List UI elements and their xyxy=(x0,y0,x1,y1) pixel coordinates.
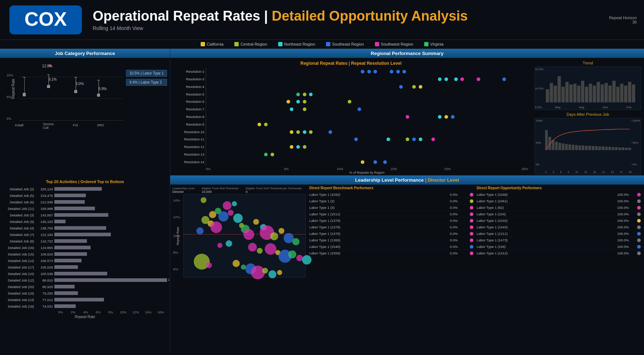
svg-rect-30 xyxy=(562,143,564,150)
bar-row: Detailed Job (8)116,722 xyxy=(3,238,167,244)
legend-item-california: California xyxy=(201,42,223,46)
resolution-dot xyxy=(412,138,416,141)
svg-rect-47 xyxy=(618,147,621,150)
top20-section: Top 20 Activities | Ordered Top to Botto… xyxy=(0,177,170,353)
tables-area: Direct Report Benchmark Performers Labor… xyxy=(308,185,644,353)
resolution-dot xyxy=(367,70,371,73)
legend-item-central: Central Region xyxy=(234,42,267,46)
resolution-dot xyxy=(438,115,442,119)
svg-rect-4 xyxy=(554,86,557,103)
bar-row: Detailed Job (2)325,119 xyxy=(3,186,167,192)
resolution-dot xyxy=(303,93,306,96)
svg-rect-29 xyxy=(559,143,561,150)
bar-row: Detailed Job (20)80,929 xyxy=(3,284,167,290)
job-category-header: Job Category Performance xyxy=(0,49,170,58)
bar-row: Detailed Job (13)77,012 xyxy=(3,297,167,303)
scatter-dot xyxy=(279,228,284,234)
resolution-labels: Resolution-2 Resolution-3 Resolution-4 R… xyxy=(174,68,206,166)
svg-rect-17 xyxy=(605,83,608,102)
benchmark-row: Labor Type 1 (1540) 0.0% xyxy=(309,244,475,250)
regional-section: Regional Performance Summary Regional Re… xyxy=(170,49,644,176)
bar-row: Detailed Job (18)74,031 xyxy=(3,303,167,309)
svg-rect-31 xyxy=(565,144,568,150)
logo-area: COX xyxy=(6,4,85,36)
svg-rect-12 xyxy=(585,87,588,102)
job-category-section: Repeat Rate 0% 5% 10% xyxy=(0,58,170,177)
scatter-wrapper: Repeat Rate 14%- 12%- 10%- 8%- 6%- xyxy=(172,194,306,278)
days-chart-svg xyxy=(545,120,632,150)
svg-rect-39 xyxy=(592,146,594,150)
resolution-dot xyxy=(296,145,300,149)
svg-rect-43 xyxy=(605,147,607,150)
bar-row: Detailed Job (7)122,183 xyxy=(3,232,167,237)
resolution-dot xyxy=(444,115,448,119)
resolution-dot xyxy=(361,160,364,164)
scatter-dot xyxy=(223,201,231,210)
days-chart: 100K- 50K- 0K- ~100% ~50% ~0% xyxy=(535,118,641,174)
svg-text:COX: COX xyxy=(24,8,67,30)
resolution-dot xyxy=(419,85,422,89)
resolution-dot xyxy=(502,77,506,81)
callout-2: 9.4% | Labor Type 2 xyxy=(126,79,167,86)
scatter-dot xyxy=(248,243,257,252)
resolution-dot xyxy=(296,130,300,134)
bar-row: Detailed Job (12)86,81013.5% xyxy=(3,277,167,283)
benchmark-row: Labor Type 1 (1369) 0.0% xyxy=(309,237,475,244)
legend-label-southeast: Southeast Region xyxy=(332,42,364,46)
opportunity-row: Labor Type 1 (82) 100.0% xyxy=(477,204,643,211)
resolution-dot xyxy=(303,107,306,111)
dot-plot-area xyxy=(206,68,528,166)
svg-rect-41 xyxy=(598,147,601,150)
svg-rect-16 xyxy=(601,84,604,102)
resolution-dot xyxy=(296,100,300,103)
bar-row: Detailed Job (15)109,819 xyxy=(3,251,167,257)
scatter-dot xyxy=(233,214,243,223)
opportunity-row: Labor Type 1 (104) 100.0% xyxy=(477,211,643,217)
svg-rect-18 xyxy=(609,86,612,103)
resolution-dot xyxy=(357,107,361,111)
title-part2: Detailed Opportunity Analysis xyxy=(272,8,468,24)
svg-rect-46 xyxy=(615,147,618,150)
bar-row: Detailed Job (14)106,573 xyxy=(3,258,167,263)
svg-rect-48 xyxy=(622,147,624,150)
resolution-dot xyxy=(303,145,306,149)
resolution-dot xyxy=(431,138,435,141)
opportunity-title: Direct Report Opportunity Performers xyxy=(477,186,643,190)
opportunity-row: Labor Type 1 (1046) 100.0% xyxy=(477,191,643,198)
opportunity-row: Labor Type 1 (1443) 100.0% xyxy=(477,224,643,231)
opportunity-table: Direct Report Opportunity Performers Lab… xyxy=(477,186,643,352)
resolution-dot xyxy=(419,138,422,141)
svg-rect-11 xyxy=(581,81,584,102)
resolution-dot xyxy=(361,70,364,73)
bar-row: Detailed Job (5)219,476 xyxy=(3,193,167,198)
scatter-area: Leadership Level Director Eligible Truck… xyxy=(170,185,308,353)
legend-item-southeast: Southeast Region xyxy=(326,42,364,46)
legend-label-california: California xyxy=(207,42,223,46)
info-truck-roll: Eligible Truck Roll Threshold 10,000 xyxy=(202,187,238,194)
svg-rect-13 xyxy=(589,84,592,102)
dot-chart-body: Resolution-2 Resolution-3 Resolution-4 R… xyxy=(174,68,528,166)
left-panel: Job Category Performance Repeat Rate 0% … xyxy=(0,49,170,353)
svg-rect-37 xyxy=(585,146,587,150)
svg-rect-20 xyxy=(616,87,619,102)
resolution-dot xyxy=(460,77,464,81)
svg-rect-19 xyxy=(612,81,616,102)
bar-row: Detailed Job (3)143,567 xyxy=(3,212,167,218)
trend-title: Trend xyxy=(535,61,641,65)
legend-dot-southeast xyxy=(326,42,330,46)
resolution-dot xyxy=(396,70,400,73)
scatter-chart-wrapper: 14%- 12%- 10%- 8%- 6%- xyxy=(183,194,306,278)
res-x-axis: 0% 5% 10% 15% 20% 25% xyxy=(206,166,528,171)
scatter-dot xyxy=(201,197,206,203)
svg-rect-35 xyxy=(578,145,581,150)
repeat-horizon: Repeat Horizon 30 xyxy=(608,14,638,26)
legend-label-central: Central Region xyxy=(241,42,267,46)
scatter-dot xyxy=(217,243,222,248)
resolution-dot xyxy=(399,85,403,89)
benchmark-table: Direct Report Benchmark Performers Labor… xyxy=(309,186,475,352)
svg-rect-5 xyxy=(557,76,561,102)
scatter-chart xyxy=(183,194,306,278)
scatter-dot xyxy=(232,201,237,206)
svg-rect-34 xyxy=(575,145,578,150)
scatter-dot xyxy=(226,240,232,247)
